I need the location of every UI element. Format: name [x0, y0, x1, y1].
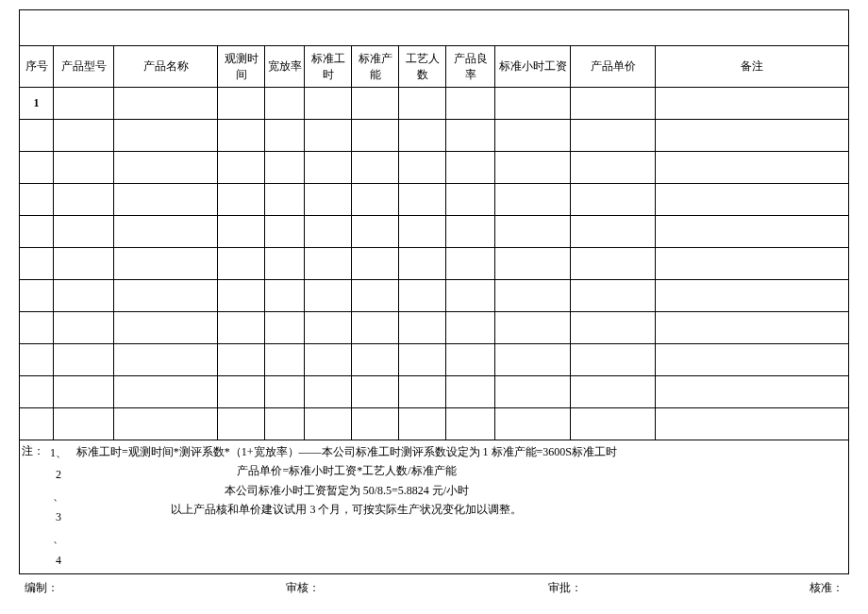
- cell-empty: [399, 312, 446, 344]
- notes-numbers: 1、2、3、4: [50, 442, 71, 572]
- cell-empty: [495, 408, 571, 440]
- cell-empty: [265, 344, 305, 376]
- cell-empty: [446, 376, 495, 408]
- table-header-row: 序号 产品型号 产品名称 观测时间 宽放率 标准工时 标准产能 工艺人数 产品良…: [20, 46, 849, 88]
- note-number: 2: [56, 464, 61, 486]
- cell-empty: [446, 248, 495, 280]
- cell-empty: [399, 376, 446, 408]
- cell-empty: [114, 408, 218, 440]
- cell-empty: [305, 120, 352, 152]
- table-row: [20, 344, 849, 376]
- col-header-remark: 备注: [656, 46, 849, 88]
- note-line: 以上产品核和单价建议试用 3 个月，可按实际生产状况变化加以调整。: [76, 500, 617, 519]
- cell-empty: [352, 280, 399, 312]
- notes-row: 注： 1、2、3、4 标准工时=观测时间*测评系数*（1+宽放率）——本公司标准…: [20, 440, 849, 574]
- cell-empty: [399, 408, 446, 440]
- product-pricing-table: 序号 产品型号 产品名称 观测时间 宽放率 标准工时 标准产能 工艺人数 产品良…: [19, 9, 849, 574]
- cell-empty: [495, 376, 571, 408]
- cell-empty: [571, 408, 656, 440]
- cell-empty: [265, 152, 305, 184]
- cell-empty: [495, 184, 571, 216]
- footer-verified: 核准：: [810, 580, 843, 596]
- table-row: [20, 376, 849, 408]
- cell-empty: [656, 184, 849, 216]
- table-row: [20, 152, 849, 184]
- cell-empty: [446, 344, 495, 376]
- cell-empty: [446, 216, 495, 248]
- cell-empty: [571, 216, 656, 248]
- cell-empty: [218, 312, 265, 344]
- cell-empty: [495, 248, 571, 280]
- table-row: 1: [20, 88, 849, 120]
- cell-empty: [218, 344, 265, 376]
- cell-empty: [352, 120, 399, 152]
- cell-empty: [571, 280, 656, 312]
- cell-empty: [218, 216, 265, 248]
- cell-empty: [265, 184, 305, 216]
- footer-prepared: 编制：: [25, 580, 58, 596]
- cell-empty: [114, 152, 218, 184]
- cell-empty: [399, 152, 446, 184]
- cell-empty: [656, 88, 849, 120]
- footer-reviewed: 审核：: [286, 580, 320, 596]
- cell-seq: [20, 408, 54, 440]
- cell-empty: [218, 184, 265, 216]
- cell-empty: [495, 152, 571, 184]
- note-number: 3: [56, 506, 61, 528]
- table-row: [20, 216, 849, 248]
- cell-empty: [571, 248, 656, 280]
- col-header-std-hours: 标准工时: [305, 46, 352, 88]
- footer-approved: 审批：: [548, 580, 582, 596]
- cell-empty: [446, 88, 495, 120]
- cell-empty: [218, 152, 265, 184]
- cell-empty: [265, 376, 305, 408]
- note-line: 产品单价=标准小时工资*工艺人数/标准产能: [76, 461, 617, 480]
- note-line: 本公司标准小时工资暂定为 50/8.5=5.8824 元/小时: [76, 481, 617, 500]
- cell-empty: [352, 408, 399, 440]
- cell-empty: [571, 152, 656, 184]
- cell-empty: [571, 344, 656, 376]
- table-row: [20, 248, 849, 280]
- cell-empty: [571, 184, 656, 216]
- cell-seq: [20, 216, 54, 248]
- cell-empty: [352, 152, 399, 184]
- cell-empty: [352, 248, 399, 280]
- cell-empty: [305, 312, 352, 344]
- cell-empty: [218, 376, 265, 408]
- cell-empty: [305, 152, 352, 184]
- cell-empty: [305, 376, 352, 408]
- cell-empty: [352, 344, 399, 376]
- cell-seq: 1: [20, 88, 54, 120]
- cell-empty: [399, 184, 446, 216]
- col-header-std-capacity: 标准产能: [352, 46, 399, 88]
- cell-empty: [656, 408, 849, 440]
- cell-empty: [265, 248, 305, 280]
- cell-empty: [571, 120, 656, 152]
- cell-empty: [495, 280, 571, 312]
- note-line: 标准工时=观测时间*测评系数*（1+宽放率）——本公司标准工时测评系数设定为 1…: [76, 442, 617, 461]
- cell-empty: [656, 312, 849, 344]
- cell-empty: [54, 88, 114, 120]
- cell-empty: [265, 88, 305, 120]
- cell-empty: [399, 344, 446, 376]
- col-header-seq: 序号: [20, 46, 54, 88]
- notes-label: 注：: [22, 442, 44, 572]
- cell-empty: [352, 312, 399, 344]
- cell-empty: [399, 88, 446, 120]
- cell-empty: [446, 152, 495, 184]
- cell-empty: [114, 376, 218, 408]
- cell-empty: [114, 312, 218, 344]
- cell-empty: [305, 248, 352, 280]
- cell-empty: [265, 280, 305, 312]
- cell-seq: [20, 312, 54, 344]
- cell-empty: [305, 184, 352, 216]
- cell-empty: [54, 184, 114, 216]
- cell-empty: [656, 216, 849, 248]
- col-header-unit-price: 产品单价: [571, 46, 656, 88]
- cell-empty: [114, 216, 218, 248]
- note-number: 1、: [50, 442, 67, 464]
- cell-empty: [446, 312, 495, 344]
- cell-empty: [495, 88, 571, 120]
- cell-empty: [54, 248, 114, 280]
- cell-seq: [20, 376, 54, 408]
